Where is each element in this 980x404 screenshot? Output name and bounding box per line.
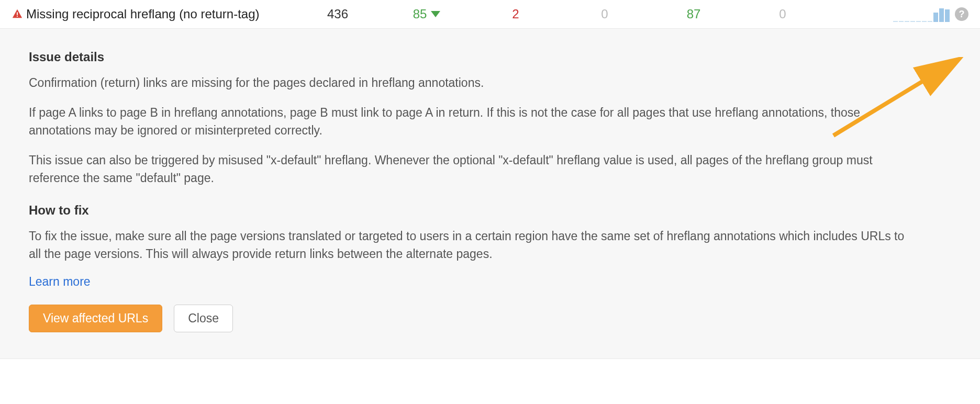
metric-change-value: 85 (413, 7, 427, 21)
metric-removed: 87 (649, 7, 738, 21)
trend-down-icon (431, 11, 440, 17)
metric-change: 85 (382, 7, 471, 21)
close-button[interactable]: Close (174, 305, 233, 332)
how-to-fix-p: To fix the issue, make sure all the page… (29, 227, 908, 263)
metric-zero-a: 0 (560, 7, 649, 21)
svg-rect-0 (17, 12, 18, 15)
issue-row[interactable]: Missing reciprocal hreflang (no return-t… (0, 0, 980, 29)
warning-icon (12, 8, 26, 20)
sparkline-chart[interactable] (893, 6, 950, 22)
issue-details-panel: Issue details Confirmation (return) link… (0, 29, 980, 359)
metric-zero-b: 0 (738, 7, 827, 21)
how-to-fix-heading: How to fix (29, 203, 951, 218)
help-icon[interactable]: ? (955, 7, 968, 21)
svg-rect-1 (17, 16, 18, 17)
issue-name: Missing reciprocal hreflang (no return-t… (26, 7, 293, 21)
metric-count: 436 (293, 7, 382, 21)
view-affected-urls-button[interactable]: View affected URLs (29, 305, 162, 332)
learn-more-link[interactable]: Learn more (29, 275, 91, 289)
issue-details-p2: If page A links to page B in hreflang an… (29, 104, 908, 140)
issue-details-p1: Confirmation (return) links are missing … (29, 74, 908, 92)
button-row: View affected URLs Close (29, 305, 951, 332)
issue-details-p3: This issue can also be triggered by misu… (29, 151, 908, 187)
metric-added: 2 (471, 7, 560, 21)
issue-details-heading: Issue details (29, 50, 951, 64)
